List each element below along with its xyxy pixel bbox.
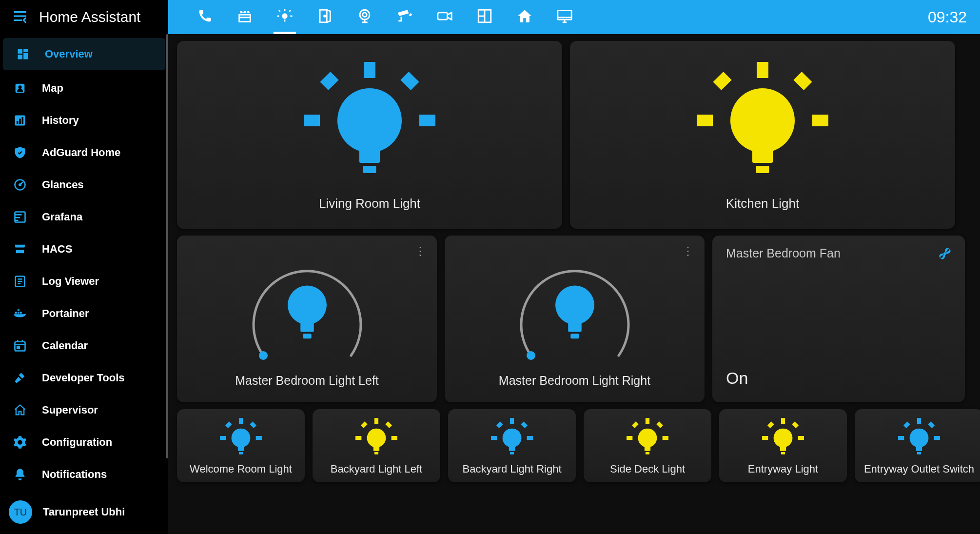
sidebar-item-devtools[interactable]: Developer Tools <box>0 362 168 394</box>
sidebar-item-adguard[interactable]: AdGuard Home <box>0 137 168 169</box>
shield-icon <box>12 146 28 159</box>
svg-rect-67 <box>697 115 713 126</box>
fan-icon <box>937 245 953 264</box>
light-card-backyard-left[interactable]: Backyard Light Left <box>313 409 440 482</box>
row-big: Living Room Light Kitchen Light <box>177 41 980 229</box>
svg-rect-127 <box>928 421 935 428</box>
light-label: Entryway Outlet Switch <box>855 463 980 475</box>
light-label: Kitchen Light <box>726 196 799 211</box>
tab-webcam[interactable] <box>352 0 378 34</box>
bulb-icon <box>294 55 445 186</box>
menu-toggle-icon[interactable] <box>12 8 28 26</box>
sidebar-item-label: Configuration <box>42 436 112 449</box>
more-menu-icon[interactable]: ⋮ <box>414 244 426 258</box>
row-mid: ⋮ Master Bedroom Light Left ⋮ <box>177 236 980 402</box>
monitor-icon <box>556 8 573 26</box>
svg-rect-10 <box>17 121 19 124</box>
svg-rect-107 <box>646 418 649 424</box>
tab-cctv[interactable] <box>392 0 418 34</box>
light-card-master-left[interactable]: ⋮ Master Bedroom Light Left <box>177 236 437 402</box>
svg-point-76 <box>555 286 594 325</box>
svg-rect-65 <box>756 166 769 173</box>
sidebar-item-label: Supervisor <box>42 404 98 416</box>
sidebar-item-label: AdGuard Home <box>42 146 120 159</box>
tab-panel[interactable] <box>471 0 498 34</box>
svg-point-36 <box>282 13 287 19</box>
tab-video[interactable] <box>431 0 458 34</box>
bulb-icon <box>892 414 946 459</box>
tab-lights[interactable] <box>272 0 298 34</box>
light-card-entryway[interactable]: Entryway Light <box>719 409 847 482</box>
svg-rect-123 <box>917 418 921 424</box>
light-label: Entryway Light <box>719 463 847 475</box>
row-small: Welcome Room Light Backyard Light Left B… <box>177 409 980 482</box>
sidebar-user[interactable]: TU Tarunpreet Ubhi <box>0 490 168 534</box>
tab-home[interactable] <box>511 0 538 34</box>
svg-point-112 <box>774 429 793 448</box>
light-card-welcome-room[interactable]: Welcome Room Light <box>177 409 305 482</box>
bulb-icon <box>350 414 403 459</box>
light-label: Backyard Light Right <box>448 463 576 475</box>
svg-rect-47 <box>438 13 448 20</box>
tab-door[interactable] <box>312 0 338 34</box>
svg-rect-118 <box>767 421 774 428</box>
tab-climate[interactable] <box>232 0 258 34</box>
light-label: Living Room Light <box>319 196 420 211</box>
light-card-master-right[interactable]: ⋮ Master Bedroom Light Right <box>445 236 705 402</box>
svg-rect-56 <box>359 148 380 163</box>
svg-rect-99 <box>510 418 514 424</box>
svg-rect-60 <box>419 115 435 126</box>
panel-icon <box>476 8 493 26</box>
svg-rect-28 <box>18 309 20 311</box>
svg-rect-110 <box>632 421 639 428</box>
tab-phone[interactable] <box>192 0 218 34</box>
sidebar-item-overview[interactable]: Overview <box>3 38 165 70</box>
sidebar-item-notifications[interactable]: Notifications <box>0 458 168 490</box>
gauge-icon <box>12 178 28 192</box>
svg-point-8 <box>19 85 22 89</box>
sidebar-item-supervisor[interactable]: Supervisor <box>0 394 168 426</box>
brightness-dial[interactable] <box>234 253 380 370</box>
svg-rect-122 <box>917 452 921 455</box>
light-card-backyard-right[interactable]: Backyard Light Right <box>448 409 576 482</box>
light-card-side-deck[interactable]: Side Deck Light <box>584 409 711 482</box>
svg-rect-115 <box>781 418 785 424</box>
more-menu-icon[interactable]: ⋮ <box>682 244 694 258</box>
light-card-kitchen[interactable]: Kitchen Light <box>570 41 955 229</box>
sidebar-items: Overview Map History AdGuard Home Glance… <box>0 34 168 490</box>
sidebar-item-portainer[interactable]: Portainer <box>0 297 168 330</box>
sidebar-header: Home Assistant <box>0 0 168 34</box>
sidebar-item-hacs[interactable]: HACS <box>0 233 168 265</box>
svg-rect-92 <box>355 436 361 440</box>
sidebar-item-logviewer[interactable]: Log Viewer <box>0 265 168 297</box>
svg-rect-91 <box>374 418 378 424</box>
brightness-dial[interactable] <box>502 253 648 370</box>
svg-point-96 <box>503 429 522 448</box>
fan-card-master-bedroom[interactable]: Master Bedroom Fan On <box>712 236 965 402</box>
sidebar-item-grafana[interactable]: Grafana <box>0 201 168 233</box>
sidebar-item-glances[interactable]: Glances <box>0 169 168 201</box>
light-card-entryway-outlet[interactable]: Entryway Outlet Switch <box>855 409 980 482</box>
tab-monitor[interactable] <box>551 0 578 34</box>
sidebar-item-history[interactable]: History <box>0 104 168 137</box>
svg-rect-69 <box>713 72 731 90</box>
sidebar-item-calendar[interactable]: Calendar <box>0 330 168 362</box>
climate-icon <box>236 8 253 26</box>
svg-rect-105 <box>645 446 650 451</box>
bulb-icon <box>687 55 838 186</box>
dashboard-icon <box>15 47 31 61</box>
main: 09:32 Living Room Light <box>168 0 980 534</box>
bulb-icon <box>275 275 339 348</box>
svg-rect-26 <box>18 312 20 314</box>
svg-point-44 <box>324 16 326 17</box>
svg-point-120 <box>910 429 929 448</box>
svg-rect-126 <box>903 421 910 428</box>
sidebar-item-map[interactable]: Map <box>0 72 168 104</box>
svg-rect-57 <box>363 166 376 173</box>
svg-rect-37 <box>284 20 286 21</box>
svg-point-72 <box>288 286 327 325</box>
light-card-living-room[interactable]: Living Room Light <box>177 41 562 229</box>
sidebar-item-configuration[interactable]: Configuration <box>0 426 168 458</box>
svg-rect-64 <box>752 148 773 163</box>
tab-bar <box>180 0 578 34</box>
